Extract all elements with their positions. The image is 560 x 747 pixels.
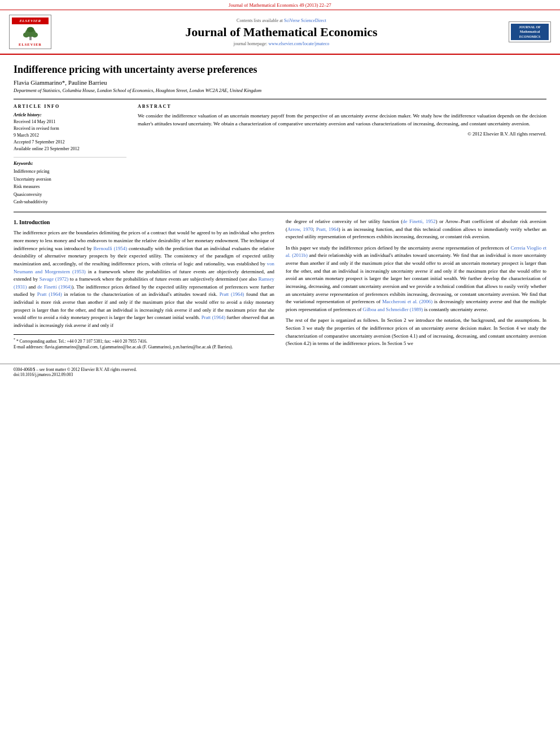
doi-line: doi:10.1016/j.jmateco.2012.09.003 bbox=[14, 372, 546, 377]
keywords-list: Indifference pricing Uncertainty aversio… bbox=[14, 168, 126, 206]
journal-main-title: Journal of Mathematical Economics bbox=[54, 25, 509, 40]
journal-reference-bar: Journal of Mathematical Economics 49 (20… bbox=[0, 0, 560, 10]
bottom-bar: 0304-4068/$ – see front matter © 2012 El… bbox=[0, 364, 560, 377]
logo-line2: Mathematical bbox=[512, 29, 548, 34]
elsevier-label: ELSEVIER bbox=[12, 42, 49, 46]
ref-von-neumann[interactable]: von Neumann and Morgenstern (1953) bbox=[14, 261, 274, 274]
keywords-label: Keywords: bbox=[14, 161, 126, 166]
elsevier-tree-icon bbox=[12, 25, 49, 41]
abstract-label: ABSTRACT bbox=[138, 104, 546, 109]
ref-definetti-1964[interactable]: de Finetti (1964) bbox=[37, 284, 72, 290]
keyword-4: Quasiconvexity bbox=[14, 191, 126, 199]
author-names: Flavia Giammarino*, Pauline Barrieu bbox=[14, 79, 107, 86]
article-info-abstract-section: ARTICLE INFO Article history: Received 1… bbox=[14, 104, 546, 206]
abstract-copyright: © 2012 Elsevier B.V. All rights reserved… bbox=[138, 131, 546, 137]
body-columns: 1. Introduction The indifference prices … bbox=[14, 218, 546, 351]
journal-header: ELSEVIER ELSEVIER Contents lists availab… bbox=[0, 10, 560, 55]
intro-paragraph-2: the degree of relative convexity of her … bbox=[286, 218, 546, 241]
ref-pratt-2[interactable]: Pratt (1964) bbox=[220, 291, 244, 297]
authors: Flavia Giammarino*, Pauline Barrieu bbox=[14, 79, 546, 86]
ref-definetti-1952[interactable]: de Finetti, 1952 bbox=[403, 219, 435, 224]
revised-date: 9 March 2012 bbox=[14, 132, 126, 139]
journal-reference-text: Journal of Mathematical Economics 49 (20… bbox=[229, 2, 331, 8]
svg-point-2 bbox=[23, 32, 29, 37]
accepted-date: Accepted 7 September 2012 bbox=[14, 139, 126, 146]
footnote-email: E-mail addresses: flavia.giammarino@gmai… bbox=[14, 344, 274, 350]
ref-cerreia[interactable]: Cerreia Vioglio et al. (2011b) bbox=[286, 245, 546, 259]
header-divider bbox=[14, 99, 546, 99]
elsevier-logo-top: ELSEVIER bbox=[12, 18, 49, 24]
intro-paragraph-4: The rest of the paper is organized as fo… bbox=[286, 317, 546, 348]
ref-pratt[interactable]: Pratt (1964) bbox=[37, 291, 62, 297]
ref-maccheroni[interactable]: Maccheroni et al. (2006) bbox=[382, 299, 432, 304]
article-info-label: ARTICLE INFO bbox=[14, 104, 126, 109]
homepage-link[interactable]: www.elsevier.com/locate/jmateco bbox=[268, 41, 329, 46]
article-history-label: Article history: bbox=[14, 112, 126, 117]
keyword-1: Indifference pricing bbox=[14, 168, 126, 176]
ref-gilboa[interactable]: Gilboa and Schmeidler (1989) bbox=[363, 307, 423, 312]
intro-paragraph-3: In this paper we study the indifference … bbox=[286, 244, 546, 314]
content-divider bbox=[14, 212, 546, 212]
homepage-line: journal homepage: www.elsevier.com/locat… bbox=[54, 41, 509, 46]
journal-logo-inner: JOURNAL OF Mathematical ECONOMICS bbox=[511, 24, 549, 40]
body-left-column: 1. Introduction The indifference prices … bbox=[14, 218, 274, 351]
revised-label: Received in revised form bbox=[14, 125, 126, 132]
ref-bernoulli[interactable]: Bernoulli (1954) bbox=[94, 246, 128, 251]
keyword-5: Cash-subadditivity bbox=[14, 198, 126, 206]
keyword-2: Uncertainty aversion bbox=[14, 176, 126, 184]
paper-title: Indifference pricing with uncertainty av… bbox=[14, 64, 546, 76]
and-text: and bbox=[480, 333, 487, 339]
body-right-column: the degree of relative convexity of her … bbox=[286, 218, 546, 351]
logo-line3: ECONOMICS bbox=[512, 34, 548, 39]
keywords-section: Keywords: Indifference pricing Uncertain… bbox=[14, 157, 126, 206]
affiliation: Department of Statistics, Columbia House… bbox=[14, 88, 546, 93]
article-dates: Received 14 May 2011 Received in revised… bbox=[14, 119, 126, 152]
sciverse-line: Contents lists available at SciVerse Sci… bbox=[54, 18, 509, 23]
logo-line1: JOURNAL OF bbox=[512, 25, 548, 29]
keyword-3: Risk measures bbox=[14, 183, 126, 191]
elsevier-logo: ELSEVIER ELSEVIER bbox=[9, 15, 54, 49]
footnote-star: * * Corresponding author. Tel.: +44 0 20… bbox=[14, 337, 274, 344]
issn-line: 0304-4068/$ – see front matter © 2012 El… bbox=[14, 367, 546, 372]
ref-arrow[interactable]: Arrow, 1970 bbox=[287, 226, 313, 232]
section-1-title: 1. Introduction bbox=[14, 218, 274, 227]
ref-savage[interactable]: Savage (1972) bbox=[40, 276, 68, 282]
received-date: Received 14 May 2011 bbox=[14, 119, 126, 125]
sciverse-link[interactable]: SciVerse ScienceDirect bbox=[284, 18, 326, 23]
ref-pratt-4[interactable]: Pratt, 1964 bbox=[316, 226, 339, 232]
intro-paragraph-1: The indifference prices are the boundari… bbox=[14, 229, 274, 329]
available-date: Available online 23 September 2012 bbox=[14, 146, 126, 152]
ref-pratt-3[interactable]: Pratt (1964) bbox=[202, 314, 226, 320]
footnotes: * * Corresponding author. Tel.: +44 0 20… bbox=[14, 334, 274, 351]
abstract-section: ABSTRACT We consider the indifference va… bbox=[138, 104, 546, 206]
journal-title-center: Contents lists available at SciVerse Sci… bbox=[54, 18, 509, 46]
abstract-text: We consider the indifference valuation o… bbox=[138, 112, 546, 128]
journal-logo-right: JOURNAL OF Mathematical ECONOMICS bbox=[509, 21, 551, 42]
main-content: Indifference pricing with uncertainty av… bbox=[0, 55, 560, 358]
article-info: ARTICLE INFO Article history: Received 1… bbox=[14, 104, 126, 206]
svg-point-3 bbox=[31, 32, 37, 37]
svg-point-4 bbox=[27, 27, 34, 32]
